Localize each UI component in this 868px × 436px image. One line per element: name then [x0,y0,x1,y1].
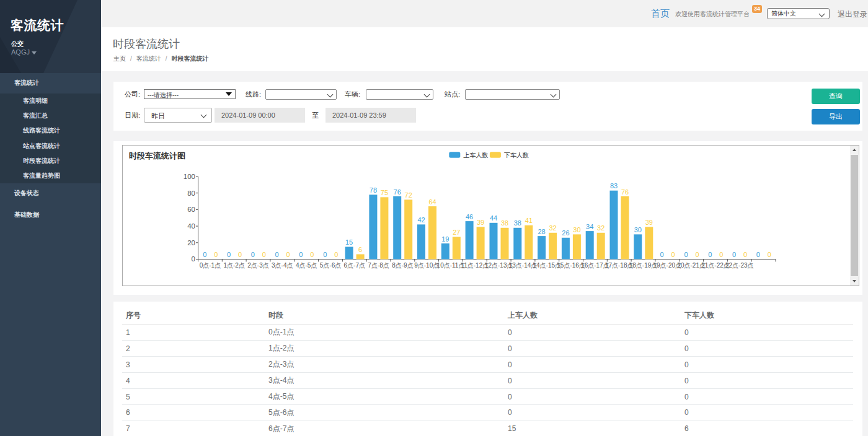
svg-text:32: 32 [597,224,604,232]
svg-text:60: 60 [187,206,195,213]
svg-text:0: 0 [275,250,279,258]
svg-text:0: 0 [251,250,255,258]
svg-text:7点-8点: 7点-8点 [368,261,389,268]
svg-text:0: 0 [660,250,664,258]
svg-text:0: 0 [684,250,688,258]
svg-text:5点-6点: 5点-6点 [320,261,341,268]
svg-text:0: 0 [768,250,771,258]
svg-text:6点-7点: 6点-7点 [344,261,365,268]
svg-text:76: 76 [394,188,401,195]
svg-text:0: 0 [227,250,231,258]
svg-text:0: 0 [708,250,712,258]
svg-text:0: 0 [719,250,723,258]
svg-text:15: 15 [345,238,353,246]
svg-text:30: 30 [573,225,580,233]
svg-text:40: 40 [187,222,195,229]
svg-text:39: 39 [477,218,484,225]
svg-text:28: 28 [538,227,545,235]
svg-text:0: 0 [756,250,760,258]
svg-text:41: 41 [525,217,533,224]
svg-text:27: 27 [453,229,460,236]
svg-text:6: 6 [358,246,362,253]
svg-text:0: 0 [238,250,242,258]
svg-text:0: 0 [299,250,303,258]
svg-text:19: 19 [441,235,449,242]
svg-text:76: 76 [621,188,629,195]
svg-text:100: 100 [184,172,195,180]
svg-text:0: 0 [262,250,266,258]
svg-text:上车人数: 上车人数 [463,151,488,158]
svg-text:75: 75 [381,188,388,196]
svg-text:0: 0 [695,250,699,258]
svg-text:30: 30 [634,225,642,233]
svg-text:8点-9点: 8点-9点 [392,261,413,268]
svg-text:0: 0 [671,250,675,258]
svg-text:0: 0 [214,250,218,258]
svg-text:64: 64 [428,198,436,205]
svg-text:34: 34 [586,222,593,230]
svg-text:38: 38 [514,219,521,227]
svg-text:78: 78 [370,186,377,193]
svg-text:38: 38 [501,219,508,227]
svg-text:26: 26 [562,229,569,237]
svg-text:83: 83 [610,182,618,190]
svg-text:0: 0 [203,250,206,258]
svg-text:80: 80 [187,189,195,196]
svg-text:0: 0 [334,250,338,258]
svg-text:1点-2点: 1点-2点 [223,261,244,268]
svg-text:下车人数: 下车人数 [504,151,529,158]
svg-text:2点-3点: 2点-3点 [247,261,268,268]
svg-text:22点-23点: 22点-23点 [725,261,754,268]
svg-text:44: 44 [490,214,497,222]
svg-text:32: 32 [549,224,556,232]
svg-text:0点-1点: 0点-1点 [200,261,221,268]
svg-text:0: 0 [323,250,327,258]
svg-text:时段车流统计图: 时段车流统计图 [129,150,185,160]
svg-text:9点-10点: 9点-10点 [414,261,439,268]
svg-text:0: 0 [286,250,290,258]
svg-text:20: 20 [187,238,195,246]
svg-text:0: 0 [732,250,736,258]
svg-text:3点-4点: 3点-4点 [272,261,293,268]
svg-text:0: 0 [192,255,195,263]
svg-text:39: 39 [645,218,653,225]
svg-text:4点-5点: 4点-5点 [296,261,317,268]
svg-text:72: 72 [405,191,412,198]
svg-text:0: 0 [743,250,747,258]
svg-text:0: 0 [310,250,314,258]
svg-text:46: 46 [466,212,473,220]
svg-text:42: 42 [417,216,425,223]
